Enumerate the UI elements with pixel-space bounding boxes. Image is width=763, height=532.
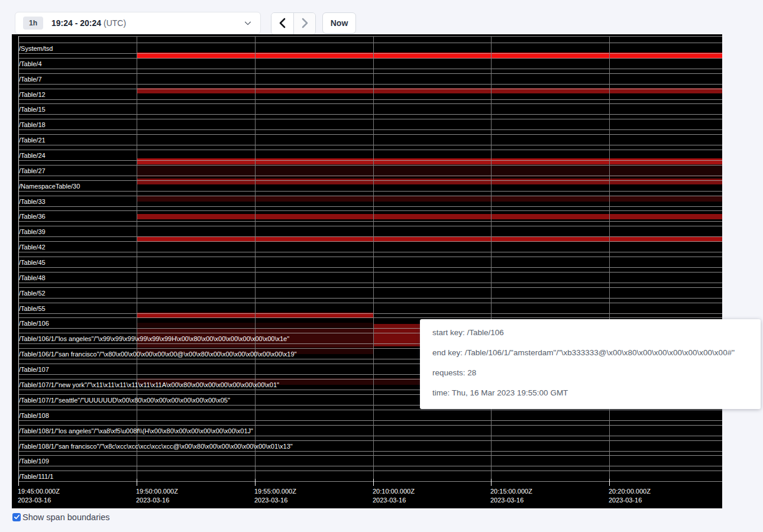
- row-label: /Table/108/1/"los angeles"/"\xa8\xf5\u00…: [19, 427, 253, 434]
- axis-label: 20:20:00.000Z 2023-03-16: [609, 487, 651, 505]
- axis-tick: [373, 479, 374, 486]
- row-label: /Table/48: [19, 274, 46, 281]
- chevron-right-icon: [300, 18, 309, 30]
- cell-tooltip: start key: /Table/106 end key: /Table/10…: [420, 319, 761, 409]
- row-label: /System/tsd: [19, 45, 53, 52]
- span-boundaries-control: Show span boundaries: [12, 512, 110, 522]
- span-boundary-line: [18, 99, 722, 100]
- row-label: /Table/7: [19, 76, 42, 83]
- span-boundary-line: [18, 455, 722, 456]
- span-boundary-line: [18, 471, 722, 471]
- axis-label: 20:10:00.000Z 2023-03-16: [373, 487, 415, 505]
- axis-tick: [255, 479, 256, 486]
- span-boundary-line: [18, 165, 722, 166]
- time-nav-group: [271, 12, 316, 35]
- gridline: [373, 36, 374, 485]
- show-span-boundaries-label: Show span boundaries: [22, 512, 110, 522]
- span-boundary-line: [18, 272, 722, 273]
- now-button[interactable]: Now: [322, 12, 356, 34]
- span-boundary-line: [18, 466, 722, 466]
- span-boundary-line: [18, 206, 722, 207]
- span-boundary-line: [18, 103, 722, 104]
- row-label: /Table/33: [19, 198, 46, 205]
- span-boundary-line: [18, 221, 722, 222]
- row-label: /Table/106/1/"los angeles"/"\x99\x99\x99…: [19, 335, 289, 342]
- span-boundary-line: [18, 89, 722, 89]
- row-label: /Table/36: [19, 213, 46, 220]
- gridline: [137, 36, 137, 485]
- duration-badge: 1h: [23, 17, 43, 30]
- span-boundary-line: [18, 196, 722, 196]
- gridline: [255, 36, 256, 485]
- timezone-label: (UTC): [104, 18, 126, 28]
- span-boundary-line: [18, 287, 722, 288]
- row-label: /Table/45: [19, 259, 46, 266]
- heatmap-canvas[interactable]: /System/tsd/Table/4/Table/7/Table/12/Tab…: [12, 34, 722, 508]
- row-label: /Table/27: [19, 167, 46, 174]
- span-boundary-line: [18, 210, 722, 211]
- span-boundary-line: [18, 257, 722, 257]
- span-boundary-line: [18, 410, 722, 410]
- row-label: /Table/4: [19, 60, 42, 67]
- span-boundary-line: [18, 119, 722, 119]
- span-boundary-line: [18, 69, 722, 69]
- tooltip-requests: requests: 28: [432, 363, 755, 383]
- gridline: [491, 36, 492, 485]
- span-boundary-line: [18, 283, 722, 283]
- span-boundary-line: [18, 160, 722, 161]
- time-range-label: 19:24 - 20:24 (UTC): [51, 18, 126, 28]
- axis-label: 19:50:00.000Z 2023-03-16: [136, 487, 178, 505]
- span-boundary-line: [18, 317, 722, 318]
- span-boundary-line: [18, 145, 722, 145]
- prev-button[interactable]: [271, 13, 293, 34]
- row-label: /Table/15: [19, 106, 46, 113]
- row-label: /Table/106/1/"san francisco"/"\x80\x00\x…: [19, 351, 297, 358]
- heat-band[interactable]: [137, 214, 722, 219]
- row-label: /Table/106: [19, 320, 49, 327]
- gridline: [609, 36, 610, 485]
- span-boundary-line: [18, 129, 722, 130]
- span-boundary-line: [18, 191, 722, 192]
- axis-label: 20:15:00.000Z 2023-03-16: [490, 487, 532, 505]
- span-boundary-line: [18, 84, 722, 85]
- axis-tick: [609, 479, 610, 486]
- row-label: /Table/42: [19, 244, 46, 251]
- next-button[interactable]: [293, 13, 315, 34]
- span-boundary-line: [18, 226, 722, 226]
- span-boundary-line: [18, 73, 722, 74]
- heat-band[interactable]: [137, 196, 722, 202]
- span-boundary-line: [18, 36, 722, 37]
- row-label: /Table/18: [19, 121, 46, 128]
- row-label: /NamespaceTable/30: [19, 183, 80, 190]
- row-label: /Table/107: [19, 366, 49, 373]
- span-boundary-line: [18, 451, 722, 452]
- span-boundary-line: [18, 236, 722, 237]
- span-boundary-line: [18, 114, 722, 115]
- span-boundary-line: [18, 53, 722, 54]
- span-boundary-line: [18, 180, 722, 181]
- span-boundary-line: [18, 425, 722, 426]
- heat-band[interactable]: [137, 179, 722, 184]
- row-label: /Table/108: [19, 412, 49, 419]
- span-boundary-line: [18, 252, 722, 252]
- span-boundary-line: [18, 313, 722, 314]
- chevron-down-icon: [244, 19, 252, 27]
- show-span-boundaries-checkbox[interactable]: [12, 513, 21, 521]
- time-range-select[interactable]: 1h 19:24 - 20:24 (UTC): [15, 12, 261, 34]
- span-boundary-line: [18, 134, 722, 135]
- heat-band[interactable]: [137, 158, 722, 164]
- tooltip-time: time: Thu, 16 Mar 2023 19:55:00 GMT: [432, 383, 755, 403]
- span-boundary-line: [18, 43, 722, 43]
- span-boundary-line: [18, 150, 722, 150]
- span-boundary-line: [18, 241, 722, 242]
- row-label: /Table/55: [19, 305, 46, 312]
- row-label: /Table/107/1/"seattle"/"UUUUUUD\x00\x80\…: [19, 397, 230, 404]
- span-boundary-line: [18, 420, 722, 421]
- row-label: /Table/111/1: [19, 473, 53, 480]
- row-label: /Table/21: [19, 137, 46, 144]
- row-label: /Table/109: [19, 458, 49, 465]
- row-label: /Table/52: [19, 290, 46, 297]
- chevron-left-icon: [278, 18, 287, 30]
- axis-tick: [137, 479, 137, 486]
- tooltip-start-key: start key: /Table/106: [432, 323, 755, 343]
